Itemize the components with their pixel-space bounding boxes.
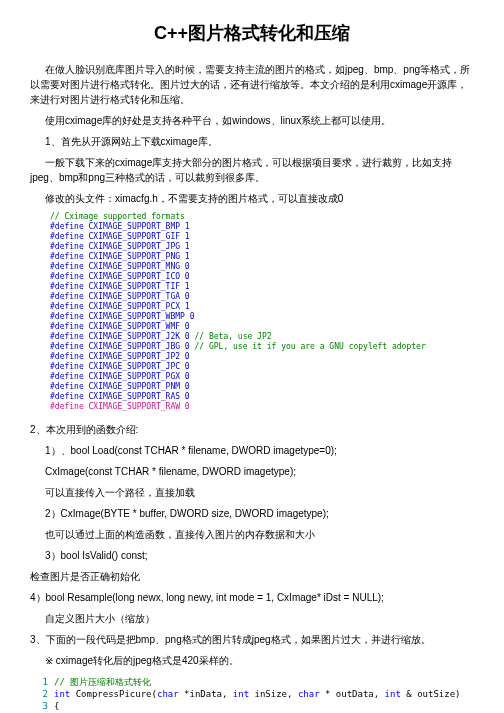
define-line: #define CXIMAGE_SUPPORT_WBMP 0 — [50, 312, 474, 322]
method-4-sub: 自定义图片大小（缩放） — [30, 611, 474, 626]
step-1-note: 一般下载下来的cximage库支持大部分的图片格式，可以根据项目要求，进行裁剪，… — [30, 155, 474, 185]
define-line: #define CXIMAGE_SUPPORT_J2K 0 // Beta, u… — [50, 332, 474, 342]
define-line: #define CXIMAGE_SUPPORT_JP2 0 — [50, 352, 474, 362]
method-2-sub: 也可以通过上面的构造函数，直接传入图片的内存数据和大小 — [30, 527, 474, 542]
step-2-heading: 2、本次用到的函数介绍: — [30, 422, 474, 437]
method-1-sub1: CxImage(const TCHAR * filename, DWORD im… — [30, 464, 474, 479]
define-line: #define CXIMAGE_SUPPORT_JBG 0 // GPL, us… — [50, 342, 474, 352]
define-line: #define CXIMAGE_SUPPORT_JPC 0 — [50, 362, 474, 372]
define-line: #define CXIMAGE_SUPPORT_ICO 0 — [50, 272, 474, 282]
step-3-note: ※ cximage转化后的jpeg格式是420采样的。 — [30, 653, 474, 668]
define-line: #define CXIMAGE_SUPPORT_TIF 1 — [50, 282, 474, 292]
method-2-title: 2）CxImage(BYTE * buffer, DWORD size, DWO… — [30, 506, 474, 521]
method-4-title: 4）bool Resample(long newx, long newy, in… — [30, 590, 474, 605]
defines-code-block: // Cximage supported formats#define CXIM… — [50, 212, 474, 412]
method-3-title: 3）bool IsValid() const; — [30, 548, 474, 563]
page-title: C++图片格式转化和压缩 — [30, 20, 474, 47]
define-line: #define CXIMAGE_SUPPORT_JPG 1 — [50, 242, 474, 252]
step-3-heading: 3、下面的一段代码是把bmp、png格式的图片转成jpeg格式，如果图片过大，并… — [30, 632, 474, 647]
define-line: #define CXIMAGE_SUPPORT_PNG 1 — [50, 252, 474, 262]
define-line: #define CXIMAGE_SUPPORT_PCX 1 — [50, 302, 474, 312]
define-line: #define CXIMAGE_SUPPORT_RAW 0 — [50, 402, 474, 412]
intro-paragraph-1: 在做人脸识别底库图片导入的时候，需要支持主流的图片的格式，如jpeg、bmp、p… — [30, 62, 474, 107]
define-line: #define CXIMAGE_SUPPORT_PNM 0 — [50, 382, 474, 392]
code-listing: 1// 图片压缩和格式转化 2int CompressPicure(char *… — [30, 676, 474, 713]
define-line: #define CXIMAGE_SUPPORT_RAS 0 — [50, 392, 474, 402]
define-line: #define CXIMAGE_SUPPORT_MNG 0 — [50, 262, 474, 272]
define-line: // Cximage supported formats — [50, 212, 474, 222]
define-line: #define CXIMAGE_SUPPORT_TGA 0 — [50, 292, 474, 302]
method-1-title: 1）、bool Load(const TCHAR * filename, DWO… — [30, 443, 474, 458]
intro-paragraph-2: 使用cximage库的好处是支持各种平台，如windows、linux系统上都可… — [30, 113, 474, 128]
step-1-heading: 1、首先从开源网站上下载cximage库。 — [30, 134, 474, 149]
define-line: #define CXIMAGE_SUPPORT_BMP 1 — [50, 222, 474, 232]
method-1-sub2: 可以直接传入一个路径，直接加载 — [30, 485, 474, 500]
method-3-sub: 检查图片是否正确初始化 — [30, 569, 474, 584]
define-line: #define CXIMAGE_SUPPORT_WMF 0 — [50, 322, 474, 332]
step-1-modify: 修改的头文件：ximacfg.h，不需要支持的图片格式，可以直接改成0 — [30, 191, 474, 206]
define-line: #define CXIMAGE_SUPPORT_GIF 1 — [50, 232, 474, 242]
define-line: #define CXIMAGE_SUPPORT_PGX 0 — [50, 372, 474, 382]
